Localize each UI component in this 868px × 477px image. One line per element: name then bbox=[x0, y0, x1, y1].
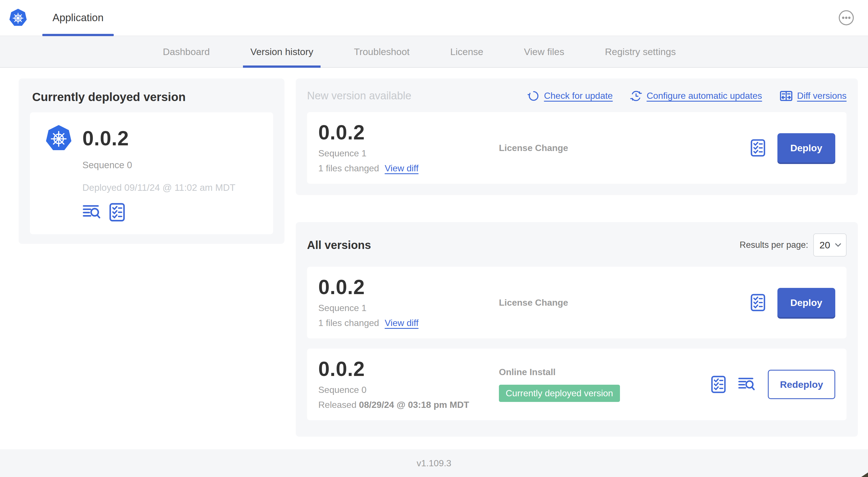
deploy-button[interactable]: Deploy bbox=[777, 133, 835, 162]
console-version: v1.109.3 bbox=[417, 458, 452, 469]
deploy-logs-button[interactable] bbox=[83, 204, 101, 220]
ellipsis-icon bbox=[838, 10, 854, 26]
tab-license[interactable]: License bbox=[430, 36, 504, 67]
new-version-card: 0.0.2 Sequence 1 1 files changed View di… bbox=[307, 112, 846, 184]
results-per-page-select[interactable]: 20 bbox=[813, 233, 846, 257]
currently-deployed-card: 0.0.2 Sequence 0 Deployed 09/11/24 @ 11:… bbox=[30, 112, 273, 234]
new-version-title: New version available bbox=[307, 90, 411, 102]
deployed-version-number: 0.0.2 bbox=[83, 127, 129, 150]
view-diff-link[interactable]: View diff bbox=[384, 163, 418, 174]
tab-troubleshoot[interactable]: Troubleshoot bbox=[334, 36, 430, 67]
released-timestamp: 08/29/24 @ 03:18 pm MDT bbox=[359, 400, 469, 410]
chevron-down-icon bbox=[835, 243, 841, 247]
deployed-sequence: Sequence 0 bbox=[83, 160, 258, 171]
redeploy-button[interactable]: Redeploy bbox=[768, 370, 835, 399]
log-search-icon bbox=[738, 377, 756, 392]
application-tab-label: Application bbox=[53, 12, 103, 24]
released-prefix: Released bbox=[318, 400, 359, 410]
application-tab[interactable]: Application bbox=[42, 0, 114, 35]
right-column: New version available Check for update bbox=[296, 79, 858, 437]
files-changed-text: 1 files changed bbox=[318, 318, 379, 328]
version-number: 0.0.2 bbox=[318, 359, 499, 379]
currently-deployed-panel: Currently deployed version bbox=[19, 79, 284, 244]
version-source: License Change bbox=[499, 297, 750, 308]
results-per-page-label: Results per page: bbox=[740, 240, 808, 250]
checklist-icon bbox=[711, 376, 726, 393]
tab-version-history[interactable]: Version history bbox=[230, 36, 334, 67]
refresh-ccw-icon bbox=[528, 90, 539, 102]
all-versions-title: All versions bbox=[307, 239, 371, 251]
diff-versions-label: Diff versions bbox=[797, 91, 846, 101]
files-changed-text: 1 files changed bbox=[318, 163, 379, 174]
kubernetes-logo-icon bbox=[8, 8, 28, 27]
checklist-icon bbox=[750, 294, 766, 311]
tab-registry-settings[interactable]: Registry settings bbox=[585, 36, 696, 67]
log-search-icon bbox=[83, 204, 101, 220]
version-row: 0.0.2 Sequence 0 Released 08/29/24 @ 03:… bbox=[307, 349, 846, 420]
version-sequence: Sequence 1 bbox=[318, 303, 499, 313]
version-source: Online Install bbox=[499, 367, 711, 377]
all-versions-panel: All versions Results per page: 20 bbox=[296, 222, 858, 437]
tab-dashboard[interactable]: Dashboard bbox=[143, 36, 230, 67]
app-subnav: Dashboard Version history Troubleshoot L… bbox=[0, 36, 868, 68]
version-row: 0.0.2 Sequence 1 1 files changed View di… bbox=[307, 267, 846, 338]
view-diff-link[interactable]: View diff bbox=[384, 318, 418, 328]
version-number: 0.0.2 bbox=[318, 122, 499, 143]
currently-deployed-title: Currently deployed version bbox=[32, 90, 273, 104]
kubernetes-app-icon bbox=[44, 124, 73, 152]
diff-versions-link[interactable]: Diff versions bbox=[780, 90, 846, 102]
deploy-button[interactable]: Deploy bbox=[777, 288, 835, 317]
preflight-checks-button[interactable] bbox=[750, 294, 766, 311]
check-for-update-label: Check for update bbox=[544, 91, 613, 101]
configure-automatic-updates-link[interactable]: Configure automatic updates bbox=[630, 90, 762, 102]
new-version-panel: New version available Check for update bbox=[296, 79, 858, 195]
version-sequence: Sequence 0 bbox=[318, 385, 499, 395]
diff-columns-icon bbox=[780, 90, 793, 102]
app-footer: v1.109.3 bbox=[0, 449, 868, 477]
currently-deployed-badge: Currently deployed version bbox=[499, 385, 620, 402]
checklist-icon bbox=[109, 203, 125, 222]
deployed-timestamp: Deployed 09/11/24 @ 11:02 am MDT bbox=[83, 182, 258, 193]
scheduled-update-icon bbox=[630, 90, 642, 102]
version-sequence: Sequence 1 bbox=[318, 148, 499, 159]
check-for-update-link[interactable]: Check for update bbox=[528, 90, 613, 102]
results-per-page-value: 20 bbox=[819, 240, 830, 251]
preflight-checks-button[interactable] bbox=[109, 203, 125, 222]
preflight-checks-button[interactable] bbox=[711, 376, 726, 393]
preflight-checks-button[interactable] bbox=[750, 139, 766, 157]
version-number: 0.0.2 bbox=[318, 277, 499, 297]
more-menu-button[interactable] bbox=[838, 9, 855, 26]
tab-view-files[interactable]: View files bbox=[504, 36, 585, 67]
main-content: Currently deployed version bbox=[0, 68, 868, 449]
checklist-icon bbox=[750, 139, 766, 157]
configure-automatic-updates-label: Configure automatic updates bbox=[647, 91, 762, 101]
app-header: Application bbox=[0, 0, 868, 36]
version-source: License Change bbox=[499, 143, 750, 153]
deploy-logs-button[interactable] bbox=[738, 377, 756, 392]
